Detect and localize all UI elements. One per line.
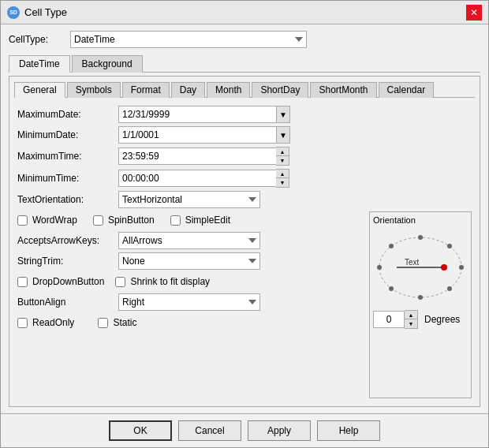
readonly-checkbox-label: ReadOnly xyxy=(17,317,74,328)
tab-datetime[interactable]: DateTime xyxy=(9,55,70,73)
max-time-spin-wrap: ▲ ▼ xyxy=(118,147,289,166)
left-col: WordWrap SpinButton SimpleEdit xyxy=(17,211,364,398)
orientation-panel: Orientation xyxy=(369,211,472,398)
sub-tab-shortday[interactable]: ShortDay xyxy=(252,82,308,98)
svg-point-2 xyxy=(418,295,423,300)
string-trim-row: StringTrim: None xyxy=(17,252,364,270)
sub-tab-month[interactable]: Month xyxy=(207,82,250,98)
text-orientation-select[interactable]: TextHorizontal xyxy=(118,191,260,208)
text-orientation-row: TextOrientation: TextHorizontal xyxy=(17,191,472,208)
shrink-fit-checkbox[interactable] xyxy=(115,277,125,287)
checkboxes-row3: ReadOnly Static xyxy=(17,314,364,331)
min-date-row: MinimumDate: ▼ xyxy=(17,126,472,144)
readonly-checkbox[interactable] xyxy=(17,318,28,328)
min-date-label: MinimumDate: xyxy=(17,129,112,140)
degrees-input[interactable] xyxy=(373,311,405,328)
max-time-down-btn[interactable]: ▼ xyxy=(276,156,289,165)
max-time-row: MaximumTime: ▲ ▼ xyxy=(17,147,472,166)
svg-point-10 xyxy=(441,264,447,271)
close-button[interactable]: ✕ xyxy=(466,5,482,21)
dropdown-button-label: DropDownButton xyxy=(32,276,104,287)
readonly-label: ReadOnly xyxy=(32,317,74,328)
inner-panel: General Symbols Format Day Month ShortDa… xyxy=(9,76,480,407)
dropdown-button-checkbox[interactable] xyxy=(17,277,28,287)
spinbutton-checkbox[interactable] xyxy=(93,215,103,226)
min-date-input[interactable] xyxy=(118,126,276,144)
tab-background[interactable]: Background xyxy=(72,55,143,73)
cell-type-label: CellType: xyxy=(9,34,64,45)
max-time-label: MaximumTime: xyxy=(17,151,112,162)
orientation-label: Orientation xyxy=(373,215,416,225)
degrees-down-btn[interactable]: ▼ xyxy=(405,319,417,328)
svg-point-4 xyxy=(459,265,464,270)
degrees-up-btn[interactable]: ▲ xyxy=(405,311,417,319)
dialog-content: CellType: DateTime DateTime Background G… xyxy=(1,24,488,413)
button-align-select[interactable]: Right Left xyxy=(118,293,260,311)
apply-button[interactable]: Apply xyxy=(248,420,311,441)
wordwrap-checkbox[interactable] xyxy=(17,215,28,226)
static-checkbox-label: Static xyxy=(98,317,136,328)
main-tabs: DateTime Background xyxy=(9,54,480,73)
orientation-diagram: Text xyxy=(373,228,468,307)
simpleedit-checkbox[interactable] xyxy=(170,215,181,226)
wordwrap-checkbox-label: WordWrap xyxy=(17,215,77,226)
title-bar-left: SD Cell Type xyxy=(7,6,67,19)
sub-tab-day[interactable]: Day xyxy=(171,82,205,98)
shrink-fit-checkbox-label: Shrink to fit display xyxy=(115,276,210,287)
sub-tab-shortmonth[interactable]: ShortMonth xyxy=(310,82,376,98)
max-time-spin-btns: ▲ ▼ xyxy=(276,147,289,166)
min-date-input-wrap: ▼ xyxy=(118,126,290,144)
general-content: MaximumDate: ▼ MinimumDate: ▼ Ma xyxy=(14,103,475,401)
simpleedit-checkbox-label: SimpleEdit xyxy=(170,215,230,226)
svg-point-8 xyxy=(447,286,452,291)
dialog-title: Cell Type xyxy=(24,6,67,18)
svg-point-3 xyxy=(377,265,382,270)
degrees-spin-btns: ▲ ▼ xyxy=(405,310,418,329)
simpleedit-label: SimpleEdit xyxy=(185,215,230,226)
button-align-label: ButtonAlign xyxy=(17,297,112,308)
min-time-input[interactable] xyxy=(118,170,276,187)
svg-point-6 xyxy=(447,244,452,248)
svg-text:Text: Text xyxy=(405,258,420,267)
max-date-dropdown-btn[interactable]: ▼ xyxy=(276,106,290,123)
max-date-label: MaximumDate: xyxy=(17,109,112,120)
max-date-row: MaximumDate: ▼ xyxy=(17,106,472,123)
accepts-arrow-keys-select[interactable]: AllArrows xyxy=(118,232,260,249)
sub-tab-general[interactable]: General xyxy=(14,82,65,98)
checkboxes-row1: WordWrap SpinButton SimpleEdit xyxy=(17,211,364,229)
svg-point-5 xyxy=(389,244,394,248)
min-time-spin-btns: ▲ ▼ xyxy=(276,169,289,188)
static-checkbox[interactable] xyxy=(98,318,108,328)
spinbutton-label: SpinButton xyxy=(108,215,155,226)
max-time-up-btn[interactable]: ▲ xyxy=(276,147,289,156)
min-time-down-btn[interactable]: ▼ xyxy=(276,178,289,187)
max-time-input[interactable] xyxy=(118,147,276,165)
min-date-dropdown-btn[interactable]: ▼ xyxy=(276,126,290,144)
two-col-section: WordWrap SpinButton SimpleEdit xyxy=(17,211,472,398)
string-trim-label: StringTrim: xyxy=(17,256,112,267)
max-date-input-wrap: ▼ xyxy=(118,106,290,123)
min-time-row: MinimumTime: ▲ ▼ xyxy=(17,169,472,188)
cell-type-select[interactable]: DateTime xyxy=(70,31,307,48)
sub-tab-calendar[interactable]: Calendar xyxy=(379,82,435,98)
max-date-input[interactable] xyxy=(118,106,276,123)
dialog-icon: SD xyxy=(7,6,20,19)
wordwrap-label: WordWrap xyxy=(32,215,77,226)
degrees-spin-wrap: ▲ ▼ xyxy=(373,310,418,329)
string-trim-select[interactable]: None xyxy=(118,252,260,270)
sub-tabs: General Symbols Format Day Month ShortDa… xyxy=(14,81,475,98)
sub-tab-symbols[interactable]: Symbols xyxy=(67,82,121,98)
ok-button[interactable]: OK xyxy=(109,420,172,441)
min-time-label: MinimumTime: xyxy=(17,173,112,184)
static-label: Static xyxy=(113,317,136,328)
help-button[interactable]: Help xyxy=(317,420,380,441)
accepts-arrow-keys-row: AcceptsArrowKeys: AllArrows xyxy=(17,232,364,249)
cell-type-dialog: SD Cell Type ✕ CellType: DateTime DateTi… xyxy=(0,0,489,448)
button-align-row: ButtonAlign Right Left xyxy=(17,293,364,311)
sub-tab-format[interactable]: Format xyxy=(122,82,170,98)
min-time-up-btn[interactable]: ▲ xyxy=(276,170,289,178)
shrink-fit-label: Shrink to fit display xyxy=(130,276,210,287)
text-orientation-label: TextOrientation: xyxy=(17,194,112,205)
cancel-button[interactable]: Cancel xyxy=(178,420,241,441)
svg-point-7 xyxy=(389,286,394,291)
